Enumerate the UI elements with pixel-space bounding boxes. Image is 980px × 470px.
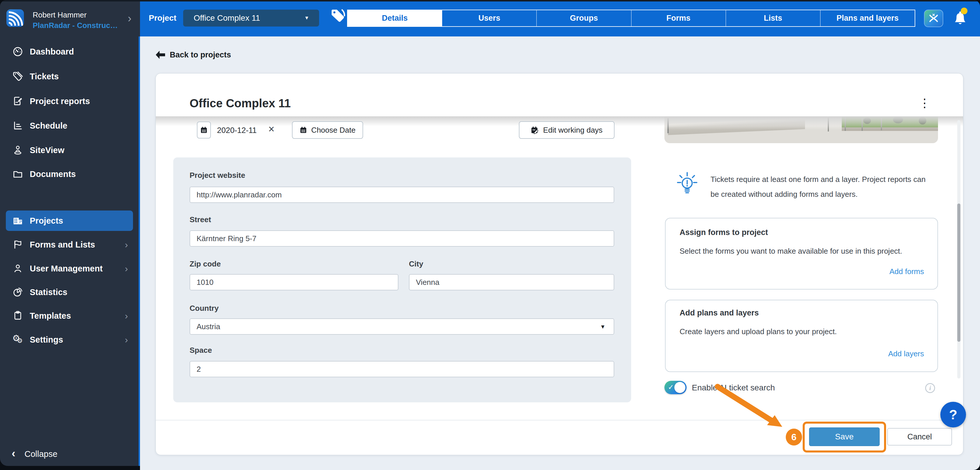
street-label: Street [189, 215, 211, 224]
gantt-chart-icon [12, 120, 23, 131]
sidebar-item-documents[interactable]: Documents [0, 168, 140, 181]
connect-app-icon[interactable] [924, 10, 943, 27]
caret-down-icon: ▼ [600, 319, 606, 335]
sidebar-item-statistics[interactable]: Statistics [0, 286, 140, 299]
chevron-right-icon: › [125, 239, 128, 250]
street-view-icon [12, 144, 23, 156]
add-forms-link[interactable]: Add forms [679, 267, 924, 276]
calendar-icon [299, 126, 307, 134]
sidebar-item-projects[interactable]: Projects [6, 211, 133, 231]
pie-chart-icon [12, 287, 23, 298]
user-icon [12, 263, 23, 274]
sidebar-item-siteview[interactable]: SiteView [0, 144, 140, 157]
space-input[interactable] [189, 361, 614, 377]
city-input[interactable] [409, 274, 614, 291]
sidebar-item-templates[interactable]: Templates › [0, 310, 140, 322]
lightbulb-icon [676, 171, 698, 197]
project-website-input[interactable] [189, 187, 614, 203]
add-plans-body: Create layers and upload plans to your p… [679, 327, 928, 336]
sidebar: Robert Hammer PlanRadar - Construc… › Da… [0, 0, 140, 466]
window-top-edge [0, 0, 980, 2]
page-title: Office Complex 11 [189, 97, 291, 110]
edit-working-days-button[interactable]: Edit working days [519, 121, 614, 139]
chevron-right-icon: › [125, 263, 128, 274]
info-icon[interactable]: i [925, 383, 935, 393]
back-arrow-icon [156, 50, 165, 60]
back-to-projects-link[interactable]: Back to projects [170, 51, 231, 59]
tab-lists[interactable]: Lists [725, 10, 820, 26]
account-company[interactable]: PlanRadar - Construc… [33, 21, 118, 30]
tab-plans-and-layers[interactable]: Plans and layers [820, 10, 915, 26]
calendar-edit-icon [531, 126, 539, 134]
caret-down-icon: ▼ [304, 10, 309, 27]
sidebar-item-forms-and-lists[interactable]: Forms and Lists › [0, 238, 140, 251]
toggle-knob [675, 382, 686, 393]
project-website-label: Project website [189, 171, 245, 180]
flag-icon [12, 239, 23, 250]
app-window: Project Office Complex 11 ▼ Details User… [0, 0, 980, 470]
sidebar-item-tickets[interactable]: Tickets [0, 70, 140, 83]
footer-divider [156, 420, 963, 421]
assign-forms-body: Select the forms you want to make availa… [679, 247, 928, 256]
sidebar-item-dashboard[interactable]: Dashboard [0, 46, 140, 58]
annotation-step-badge: 6 [786, 429, 802, 446]
save-button[interactable]: Save [809, 427, 880, 446]
check-icon: ✓ [668, 383, 674, 391]
tip-text: Tickets require at least one form and a … [711, 172, 932, 202]
tab-groups[interactable]: Groups [536, 10, 631, 26]
city-label: City [409, 259, 423, 268]
choose-date-button[interactable]: Choose Date [292, 121, 363, 139]
folder-icon [12, 168, 23, 179]
account-name: Robert Hammer [33, 11, 87, 19]
scrollbar-thumb[interactable] [957, 203, 961, 342]
project-selector-value: Office Complex 11 [194, 13, 260, 22]
notification-dot [961, 8, 967, 14]
dashboard-icon [12, 46, 23, 57]
clipboard-icon [12, 310, 23, 321]
annotation-arrow [713, 383, 789, 430]
sidebar-collapse-button[interactable]: ‹ Collapse [12, 447, 88, 460]
start-date-picker-button[interactable] [197, 122, 211, 138]
tag-icon [331, 8, 346, 24]
sidebar-item-project-reports[interactable]: Project reports [0, 95, 140, 108]
zip-code-label: Zip code [189, 259, 221, 268]
gears-icon: ⚙ ⚙ [12, 334, 23, 345]
calendar-icon [200, 126, 208, 134]
start-date-value: 2020-12-11 [217, 125, 257, 136]
country-label: Country [189, 304, 219, 313]
account-chevron-right-icon[interactable]: › [128, 12, 132, 25]
tab-users[interactable]: Users [442, 10, 536, 26]
country-select[interactable]: Austria ▼ [189, 318, 614, 335]
project-tabs: Details Users Groups Forms Lists Plans a… [347, 10, 915, 27]
add-plans-title: Add plans and layers [679, 308, 759, 318]
sidebar-item-settings[interactable]: ⚙ ⚙ Settings › [0, 333, 140, 346]
chevron-right-icon: › [125, 334, 128, 345]
space-label: Space [189, 346, 212, 355]
tab-forms[interactable]: Forms [631, 10, 725, 26]
help-button[interactable]: ? [940, 402, 966, 427]
chevron-left-icon: ‹ [12, 447, 16, 459]
tab-details[interactable]: Details [348, 10, 442, 26]
sidebar-item-user-management[interactable]: User Management › [0, 262, 140, 275]
planradar-logo[interactable] [6, 10, 24, 27]
ticket-tag-icon [12, 71, 23, 82]
report-pencil-icon [12, 95, 23, 107]
chevron-right-icon: › [125, 310, 128, 321]
ai-ticket-search-toggle[interactable]: ✓ [664, 381, 687, 394]
project-label: Project [149, 10, 177, 27]
kebab-menu-icon[interactable]: ⋮ [919, 96, 931, 110]
zip-code-input[interactable] [189, 274, 398, 291]
assign-forms-title: Assign forms to project [679, 228, 768, 237]
building-icon [12, 215, 23, 226]
add-layers-link[interactable]: Add layers [679, 349, 924, 358]
sidebar-item-schedule[interactable]: Schedule [0, 119, 140, 132]
top-header-bar: Project Office Complex 11 ▼ Details User… [140, 0, 980, 37]
country-select-value: Austria [197, 322, 220, 331]
street-input[interactable] [189, 230, 614, 247]
project-selector[interactable]: Office Complex 11 ▼ [183, 10, 319, 27]
sidebar-edge-accent [138, 37, 140, 466]
clear-date-icon[interactable]: × [268, 124, 274, 135]
cancel-button[interactable]: Cancel [887, 428, 952, 446]
